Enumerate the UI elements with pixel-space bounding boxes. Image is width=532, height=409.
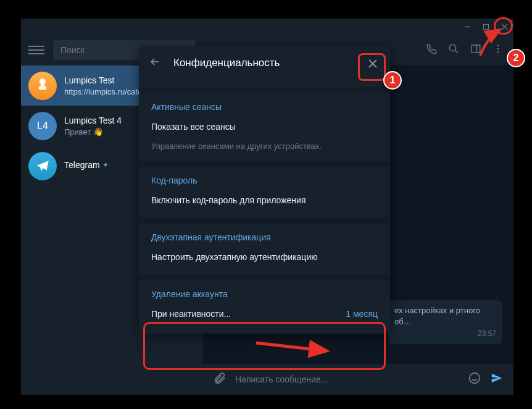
section-deletion: Удаление аккаунта При неактивности... 1 … [139,274,390,334]
privacy-panel: Конфиденциальность Активные сеансы Показ… [139,46,390,334]
message-bubble: ех настройках и ртного об… 23:57 [388,300,502,344]
send-icon[interactable] [490,371,504,387]
section-twostep: Двухэтапная аутентификация Настроить дву… [139,217,390,274]
composer-input[interactable]: Написать сообщение... [235,374,459,384]
minimize-button[interactable] [458,19,476,35]
chat-name: Telegram ✦ [64,160,109,170]
back-icon[interactable] [149,56,161,70]
message-time: 23:57 [394,329,496,339]
avatar: L4 [28,112,57,140]
svg-rect-2 [472,45,480,53]
section-title: Активные сеансы [151,102,378,112]
inactivity-item[interactable]: При неактивности... 1 месяц [151,306,378,321]
menu-icon[interactable] [28,46,44,54]
message: ех настройках и ртного об… 23:57 [388,300,502,344]
maximize-button[interactable] [476,19,495,35]
step-badge-2: 2 [507,49,525,67]
attach-icon[interactable] [213,371,227,387]
section-title: Удаление аккаунта [151,289,378,299]
chat-name: Lumpics Test [64,75,142,85]
avatar [28,152,57,180]
section-sessions: Активные сеансы Показать все сеансы Упра… [139,87,390,161]
section-passcode: Код-пароль Включить код-пароль для прило… [139,161,390,217]
truncated-text [139,80,390,87]
svg-point-1 [449,44,456,51]
setup-twostep-item[interactable]: Настроить двухэтапную аутентификацию [151,250,378,264]
svg-point-4 [497,48,499,50]
sidebar-toggle-icon[interactable] [470,43,481,57]
enable-passcode-item[interactable]: Включить код-пароль для приложения [151,193,378,208]
close-window-button[interactable] [495,19,513,35]
svg-rect-0 [483,24,488,29]
composer: Написать сообщение... [203,364,513,395]
more-icon[interactable] [493,43,504,57]
panel-header: Конфиденциальность [139,46,390,80]
avatar [28,72,57,100]
section-title: Двухэтапная аутентификация [151,232,378,242]
inactivity-value: 1 месяц [346,309,378,319]
emoji-icon[interactable] [468,371,481,387]
chat-name: Lumpics Test 4 [64,116,122,125]
panel-close-button[interactable] [362,53,384,75]
verified-icon: ✦ [102,161,109,169]
svg-point-6 [470,373,480,384]
show-sessions-item[interactable]: Показать все сеансы [151,119,378,134]
titlebar [21,19,513,35]
phone-icon[interactable] [426,43,437,57]
panel-body: Активные сеансы Показать все сеансы Упра… [139,80,390,334]
chat-subtitle: Привет 👋 [64,127,122,137]
search-icon[interactable] [448,43,459,57]
panel-title: Конфиденциальность [173,57,280,69]
section-title: Код-пароль [151,175,378,185]
svg-point-3 [497,44,499,46]
chat-subtitle: https://lumpics.ru/cate [64,87,142,96]
step-badge-1: 1 [383,71,402,90]
section-desc: Управление сеансами на других устройства… [151,141,378,151]
svg-point-5 [497,51,499,53]
